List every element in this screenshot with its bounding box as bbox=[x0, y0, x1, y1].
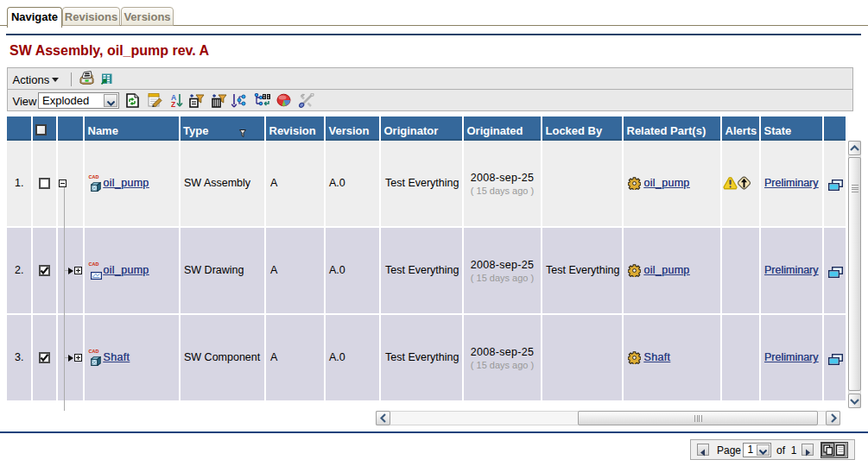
svg-text:Z: Z bbox=[171, 100, 175, 108]
